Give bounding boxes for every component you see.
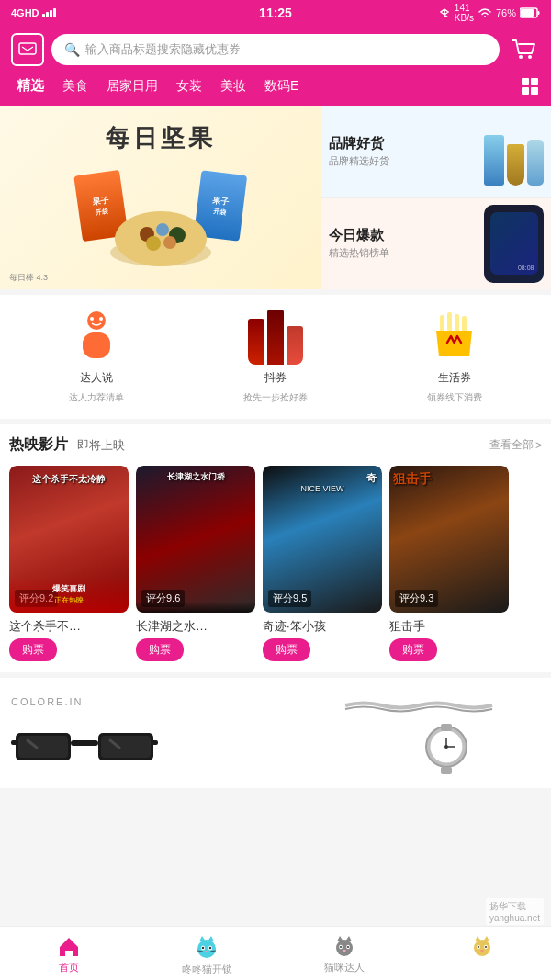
bluetooth-icon (438, 8, 451, 17)
svg-point-17 (163, 236, 176, 249)
svg-rect-31 (11, 740, 18, 745)
mcd-fries-icon (429, 310, 479, 364)
status-right-icons: 141KB/s 76% (438, 3, 540, 23)
product-banner-right (287, 678, 551, 788)
header: ··· 🔍 输入商品标题搜索隐藏优惠券 (0, 26, 551, 73)
perfume-image (248, 310, 303, 365)
buy-ticket-btn-1[interactable]: 购票 (9, 638, 57, 661)
nuts-image: 果子开袋 果子开袋 (17, 147, 306, 266)
movies-more-icon: > (535, 439, 542, 452)
brand-label: 品牌好货 (329, 135, 484, 152)
svg-point-12 (115, 211, 207, 266)
brand-sublabel: 品牌精选好货 (329, 154, 484, 168)
buy-ticket-btn-3[interactable]: 购票 (263, 638, 310, 661)
product-banner[interactable]: COLORE.IN (0, 678, 551, 788)
nav-more-button[interactable] (516, 76, 544, 96)
svg-rect-40 (441, 724, 452, 731)
brand-text: 品牌好货 品牌精选好货 (329, 135, 484, 168)
svg-rect-32 (151, 740, 158, 745)
movie-card-3[interactable]: 奇 NICE VIEW 评分9.5 奇迹·笨小孩 购票 (263, 466, 382, 661)
poster-badge-3: 奇 (366, 471, 377, 485)
sunglasses-icon (11, 715, 158, 770)
cosmetic-1 (484, 135, 504, 186)
hot-text: 今日爆款 精选热销榜单 (329, 227, 484, 260)
movie-poster-2: 长津湖之水门桥 评分9.6 (136, 466, 255, 613)
tab-nvzhuang[interactable]: 女装 (167, 74, 211, 98)
cart-button[interactable] (507, 33, 540, 66)
wifi-icon (478, 7, 492, 18)
svg-rect-9 (522, 87, 529, 95)
perfume-3 (287, 326, 303, 365)
svg-rect-2 (538, 11, 540, 15)
movie-title-1: 这个杀手不… (9, 618, 129, 635)
network-label: 4GHD (11, 7, 39, 18)
poster-overlay-1: 爆笑喜剧 正在热映 (9, 576, 129, 613)
movie-title-2: 长津湖之水… (136, 618, 255, 635)
category-doujuan[interactable]: 抖券 抢先一步抢好券 (186, 310, 365, 404)
status-network: 4GHD (11, 7, 56, 18)
svg-rect-19 (83, 332, 110, 358)
brand-name: COLORE.IN (11, 696, 276, 707)
doujuan-icon-area (248, 310, 303, 365)
message-button[interactable]: ··· (11, 33, 44, 66)
movie-card-2[interactable]: 长津湖之水门桥 评分9.6 长津湖之水… 购票 (136, 466, 255, 661)
svg-rect-10 (531, 87, 538, 95)
battery-percent: 76% (496, 7, 516, 18)
category-shenghuo[interactable]: 生活券 领券线下消费 (365, 310, 544, 404)
sunglasses-area (11, 715, 276, 770)
svg-text:···: ··· (23, 54, 28, 57)
movies-more-label: 查看全部 (489, 437, 534, 453)
daren-figure (72, 310, 122, 365)
movie-rating-4: 评分9.3 (395, 590, 438, 607)
hot-sublabel: 精选热销榜单 (329, 246, 484, 260)
svg-point-18 (87, 311, 106, 330)
tab-meishi[interactable]: 美食 (53, 74, 97, 98)
shenghuo-icon-area (427, 310, 482, 365)
tab-shumae[interactable]: 数码E (255, 74, 308, 98)
search-bar[interactable]: 🔍 输入商品标题搜索隐藏优惠券 (51, 34, 500, 65)
cosmetics-image (484, 117, 544, 186)
buy-ticket-btn-4[interactable]: 购票 (389, 638, 437, 661)
movie-card-4[interactable]: 狙击手 评分9.3 狙击手 购票 (389, 466, 509, 661)
category-daren[interactable]: 达人说 达人力荐清单 (7, 310, 186, 404)
search-placeholder: 输入商品标题搜索隐藏优惠券 (85, 41, 241, 58)
hot-label: 今日爆款 (329, 227, 484, 244)
svg-point-5 (519, 55, 523, 59)
banner-brand-goods[interactable]: 品牌好货 品牌精选好货 (321, 106, 551, 198)
cosmetic-3 (527, 140, 544, 186)
svg-point-16 (146, 236, 161, 251)
phone-mock: 08:08 (486, 207, 543, 280)
banner-left[interactable]: 每日坚果 果子开袋 果子开袋 (0, 106, 321, 289)
banner-title: 每日坚果 (106, 122, 216, 154)
signal-bars (42, 8, 56, 17)
movies-title: 热映影片 (9, 435, 68, 455)
signal-bar-2 (46, 12, 49, 17)
cosmetic-2 (507, 144, 524, 186)
battery-icon (520, 7, 540, 18)
phone-screen: 08:08 (490, 212, 538, 275)
svg-rect-3 (19, 43, 36, 54)
grid-icon (520, 76, 540, 96)
poster-bg-2: 长津湖之水门桥 评分9.6 (136, 466, 255, 613)
movie-title-4: 狙击手 (389, 618, 509, 635)
poster-overlay-2 (136, 602, 255, 613)
tab-jingxuan[interactable]: 精选 (7, 73, 53, 98)
bottom-spacer (0, 788, 551, 852)
movie-title-3: 奇迹·笨小孩 (263, 618, 382, 635)
perfume-1 (248, 319, 264, 365)
movie-card-1[interactable]: 这个杀手不太冷静 爆笑喜剧 正在热映 评分9.2 这个杀手不… 购票 (9, 466, 129, 661)
svg-point-6 (528, 55, 532, 59)
movies-more-button[interactable]: 查看全部 > (489, 437, 542, 453)
movies-section: 热映影片 即将上映 查看全部 > 这个杀手不太冷静 爆笑喜剧 正在热映 评分9.… (0, 424, 551, 672)
buy-ticket-btn-2[interactable]: 购票 (136, 638, 184, 661)
jewelry-image (327, 687, 511, 779)
movies-scroll: 这个杀手不太冷静 爆笑喜剧 正在热映 评分9.2 这个杀手不… 购票 长津湖之水… (9, 466, 542, 661)
svg-rect-7 (522, 78, 529, 85)
nut-bowl (106, 202, 216, 266)
svg-rect-28 (71, 740, 98, 746)
movie-poster-3: 奇 NICE VIEW 评分9.5 (263, 466, 382, 613)
tab-meizhuang[interactable]: 美妆 (211, 74, 255, 98)
banner-hot-items[interactable]: 今日爆款 精选热销榜单 08:08 (321, 198, 551, 290)
poster-bg-3: 奇 NICE VIEW 评分9.5 (263, 466, 382, 613)
tab-jujia[interactable]: 居家日用 (97, 74, 167, 98)
